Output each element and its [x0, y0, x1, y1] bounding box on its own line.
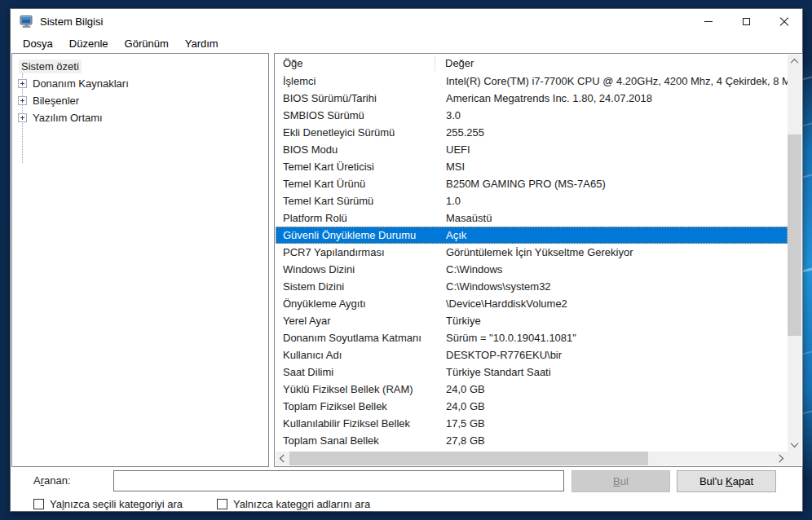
vertical-scrollbar[interactable] — [788, 55, 801, 452]
row-value: Masaüstü — [439, 212, 788, 224]
row-value: 24,0 GB — [439, 383, 788, 395]
table-row-selected[interactable]: Güvenli Önyükleme DurumuAçık — [276, 227, 788, 244]
search-label: Aranan: — [33, 474, 71, 487]
expand-icon[interactable] — [18, 79, 27, 88]
row-item: Saat Dilimi — [276, 366, 439, 378]
list-header: Öğe Değer — [276, 55, 788, 72]
row-item: Ekli Denetleyici Sürümü — [276, 126, 439, 139]
table-row[interactable]: SMBIOS Sürümü3.0 — [276, 107, 788, 124]
table-row[interactable]: Yüklü Fiziksel Bellek (RAM)24,0 GB — [276, 381, 788, 398]
row-value: 3.0 — [439, 109, 788, 121]
row-value: C:\Windows — [439, 263, 788, 275]
scrollbar-corner — [788, 452, 801, 465]
search-input[interactable] — [113, 470, 564, 491]
row-value: 24,0 GB — [439, 400, 788, 412]
row-item: Güvenli Önyükleme Durumu — [276, 229, 439, 241]
table-row[interactable]: Saat DilimiTürkiye Standart Saati — [276, 364, 788, 381]
tree-item-components[interactable]: Bileşenler — [18, 92, 268, 109]
title-bar[interactable]: Sistem Bilgisi — [11, 9, 802, 33]
menu-bar: Dosya Düzenle Görünüm Yardım — [11, 33, 802, 53]
checkbox-unchecked-icon[interactable] — [217, 499, 227, 509]
row-value: 1.0 — [439, 195, 788, 207]
row-item: İşlemci — [276, 75, 439, 87]
details-list-pane: Öğe Değer İşlemciIntel(R) Core(TM) i7-77… — [274, 53, 803, 467]
table-row[interactable]: Kullanıcı AdıDESKTOP-R776EKU\bir — [276, 346, 788, 364]
row-item: SMBIOS Sürümü — [276, 109, 439, 121]
scroll-down-button[interactable] — [788, 438, 801, 452]
row-item: Toplam Fiziksel Bellek — [276, 400, 439, 412]
expand-icon[interactable] — [18, 96, 27, 105]
close-button[interactable] — [765, 9, 802, 33]
table-row[interactable]: Windows DiziniC:\Windows — [276, 261, 788, 278]
menu-dosya[interactable]: Dosya — [15, 35, 61, 52]
row-value: MSI — [439, 161, 788, 173]
checkbox-search-selected-category[interactable]: Yalnızca seçili kategoriyi ara — [33, 498, 183, 510]
row-item: Platform Rolü — [276, 212, 439, 224]
column-header-value: Değer — [435, 57, 474, 69]
chevron-up-icon — [791, 59, 799, 67]
row-value: American Megatrends Inc. 1.80, 24.07.201… — [439, 92, 788, 104]
chevron-down-icon — [791, 439, 799, 447]
expand-icon[interactable] — [18, 113, 27, 122]
column-header-item: Öğe — [276, 55, 435, 71]
list-rows: İşlemciIntel(R) Core(TM) i7-7700K CPU @ … — [276, 73, 788, 450]
tree-item-hardware-resources[interactable]: Donanım Kaynakları — [18, 75, 268, 92]
row-item: Toplam Sanal Bellek — [276, 434, 439, 447]
close-find-button[interactable]: Bul'u Kapat — [677, 470, 776, 492]
row-value: Görüntülemek İçin Yükseltme Gerekiyor — [439, 246, 788, 258]
table-row[interactable]: Donanım Soyutlama KatmanıSürüm = "10.0.1… — [276, 329, 788, 346]
scroll-up-button[interactable] — [788, 55, 801, 68]
table-row[interactable]: Toplam Fiziksel Bellek24,0 GB — [276, 398, 788, 415]
row-item: Temel Kart Ürünü — [276, 178, 439, 190]
menu-yardim[interactable]: Yardım — [177, 35, 227, 52]
table-row[interactable]: İşlemciIntel(R) Core(TM) i7-7700K CPU @ … — [276, 73, 788, 90]
horizontal-scrollbar-thumb[interactable] — [289, 452, 648, 465]
menu-gorunum[interactable]: Görünüm — [117, 35, 177, 52]
table-row[interactable]: Ekli Denetleyici Sürümü255.255 — [276, 124, 788, 141]
checkbox-search-category-names-only[interactable]: Yalnızca kategori adlarını ara — [217, 498, 370, 510]
scroll-left-button[interactable] — [276, 452, 289, 465]
table-row[interactable]: Kullanılabilir Fiziksel Bellek17,5 GB — [276, 415, 788, 432]
scroll-right-button[interactable] — [774, 452, 788, 465]
row-item: Temel Kart Üreticisi — [276, 161, 439, 173]
row-value: 255.255 — [439, 126, 788, 139]
row-item: Sistem Dizini — [276, 280, 439, 293]
close-icon — [779, 17, 788, 26]
row-value: Sürüm = "10.0.19041.1081" — [439, 332, 788, 344]
checkbox-label: Yalnızca kategori adlarını ara — [233, 498, 370, 510]
chevron-right-icon — [775, 455, 783, 463]
table-row[interactable]: Platform RolüMasaüstü — [276, 209, 788, 227]
tree-item-software-environment[interactable]: Yazılım Ortamı — [18, 109, 268, 126]
horizontal-scrollbar[interactable] — [276, 452, 788, 465]
maximize-button[interactable] — [727, 9, 765, 33]
row-value: \Device\HarddiskVolume2 — [439, 297, 788, 310]
menu-duzenle[interactable]: Düzenle — [61, 35, 117, 52]
vertical-scrollbar-thumb[interactable] — [788, 134, 801, 336]
table-row[interactable]: Temel Kart Sürümü1.0 — [276, 192, 788, 209]
row-value: B250M GAMING PRO (MS-7A65) — [439, 178, 788, 190]
table-row[interactable]: Temel Kart ÜrünüB250M GAMING PRO (MS-7A6… — [276, 175, 788, 192]
row-item: Yerel Ayar — [276, 315, 439, 327]
minimize-button[interactable] — [690, 9, 727, 33]
row-item: Donanım Soyutlama Katmanı — [276, 332, 439, 344]
table-row[interactable]: Toplam Sanal Bellek27,8 GB — [276, 432, 788, 449]
window-title: Sistem Bilgisi — [40, 15, 103, 28]
row-item: BIOS Modu — [276, 143, 439, 156]
tree-item-label: Bileşenler — [33, 95, 79, 107]
tree-item-label: Donanım Kaynakları — [33, 77, 129, 90]
row-value: 17,5 GB — [439, 417, 788, 430]
table-row[interactable]: Önyükleme Aygıtı\Device\HarddiskVolume2 — [276, 295, 788, 312]
row-item: Önyükleme Aygıtı — [276, 297, 439, 310]
table-row[interactable]: PCR7 YapılandırmasıGörüntülemek İçin Yük… — [276, 244, 788, 261]
checkbox-unchecked-icon[interactable] — [33, 499, 44, 509]
table-row[interactable]: BIOS Sürümü/TarihiAmerican Megatrends In… — [276, 90, 788, 107]
row-item: Temel Kart Sürümü — [276, 195, 439, 207]
maximize-icon — [743, 18, 750, 25]
table-row[interactable]: Sistem DiziniC:\Windows\system32 — [276, 278, 788, 295]
tree-item-system-summary[interactable]: Sistem özeti — [18, 58, 268, 75]
table-row[interactable]: Yerel AyarTürkiye — [276, 312, 788, 329]
find-button[interactable]: Bul — [571, 470, 670, 492]
table-row[interactable]: Temel Kart ÜreticisiMSI — [276, 158, 788, 175]
table-row[interactable]: BIOS ModuUEFI — [276, 141, 788, 158]
row-item: Kullanıcı Adı — [276, 349, 439, 361]
